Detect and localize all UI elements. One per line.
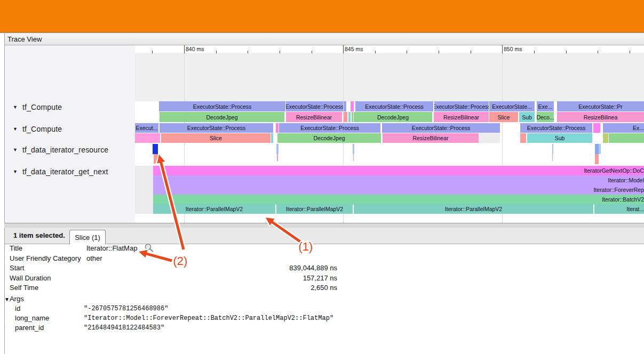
track-label: tf_data_iterator_resource [22, 146, 108, 154]
trace-slice[interactable]: ResizeBilinea [557, 112, 644, 122]
track-header-tf_Compute[interactable]: ▼tf_Compute [5, 101, 135, 113]
trace-slice[interactable] [552, 154, 553, 161]
track-header-tf_data_iterator_get_next[interactable]: ▼tf_data_iterator_get_next [5, 166, 135, 178]
collapse-triangle-icon[interactable]: ▼ [13, 169, 18, 174]
trace-slice[interactable] [595, 154, 599, 164]
trace-slice[interactable] [348, 112, 351, 122]
trace-slice[interactable]: Slice [161, 133, 271, 143]
trace-slice[interactable] [599, 144, 601, 154]
trace-slice[interactable]: Ex... [603, 123, 644, 133]
trace-slice[interactable]: ResizeBilinear [434, 112, 489, 122]
ruler-tick-label: 850 ms [504, 46, 522, 52]
page-title: Trace View [7, 35, 42, 43]
trace-slice[interactable]: ExecutorState... [489, 101, 535, 111]
trace-slice[interactable] [154, 154, 158, 164]
trace-slice[interactable]: Iterator::ParallelMapV2 [354, 204, 593, 214]
trace-slice[interactable]: ExecutorState::Process [355, 101, 433, 111]
trace-slice[interactable]: Sub [527, 133, 592, 143]
trace-view-header [4, 33, 644, 45]
ruler-major-tick [502, 45, 503, 53]
collapse-triangle-icon[interactable]: ▼ [4, 296, 10, 302]
detail-label: Self Time [10, 284, 38, 292]
trace-slice[interactable]: Iterator::Model [153, 175, 644, 185]
trace-slice[interactable] [609, 133, 644, 143]
track-header-tf_Compute[interactable]: ▼tf_Compute [5, 123, 135, 135]
trace-slice[interactable] [603, 133, 608, 143]
trace-slice[interactable]: Iterator::BatchV2 [153, 195, 644, 204]
arg-value: "Iterator::Model::ForeverRepeat::BatchV2… [84, 315, 333, 322]
trace-slice[interactable]: ExecutorState::Process [434, 101, 489, 111]
track-background [135, 166, 153, 214]
trace-slice[interactable] [479, 133, 500, 143]
collapse-triangle-icon[interactable]: ▼ [13, 126, 18, 132]
trace-slice[interactable]: ExecutorState::Process [382, 123, 500, 133]
detail-label: Start [10, 264, 24, 272]
trace-slice[interactable]: DecodeJpeg [160, 112, 284, 122]
collapse-triangle-icon[interactable]: ▼ [13, 104, 18, 110]
trace-slice[interactable]: Iterator::ParallelMapV2 [276, 204, 353, 214]
trace-slice[interactable]: ResizeBilinear [383, 133, 479, 143]
selection-status: 1 item selected. [13, 231, 65, 239]
trace-slice[interactable]: Execut... [135, 123, 158, 133]
arg-key: id [15, 304, 20, 312]
arg-key: long_name [15, 314, 49, 322]
trace-slice[interactable]: ExecutorState::Process [286, 101, 343, 111]
trace-slice[interactable]: Sub [519, 112, 535, 122]
tab-slice[interactable]: Slice (1) [69, 230, 106, 244]
trace-slice[interactable]: IteratorGetNextOp::DoC [153, 166, 644, 175]
magnifier-icon[interactable] [144, 243, 154, 253]
browser-banner [0, 0, 644, 33]
trace-slice[interactable]: ExecutorState::Pr [557, 101, 644, 111]
trace-slice[interactable]: Iterator::ParallelMapV2 [153, 204, 275, 214]
annotation-arrow [146, 253, 172, 261]
ruler-tick-label: 845 ms [345, 46, 363, 52]
trace-viewer-page: Trace View ▼tf_Compute▼tf_Compute▼tf_dat… [0, 0, 644, 354]
trace-slice[interactable] [595, 144, 599, 154]
args-section-toggle[interactable]: ▼Args [4, 295, 24, 303]
annotation-arrow [146, 254, 173, 261]
trace-slice[interactable]: ResizeBilinear [286, 112, 342, 122]
trace-slice[interactable]: DecodeJpeg [277, 133, 381, 143]
trace-slice[interactable] [344, 101, 346, 111]
timeline-canvas[interactable]: 840 ms845 ms850 ms ExecutorState::Proces… [135, 45, 644, 223]
trace-slice[interactable]: ExecutorState::Process [159, 101, 285, 111]
trace-slice[interactable] [276, 144, 279, 154]
collapse-triangle-icon[interactable]: ▼ [13, 147, 18, 152]
track-label: tf_Compute [22, 125, 62, 133]
trace-slice[interactable]: Slice [489, 112, 518, 122]
trace-slice[interactable]: DecodeJpeg [354, 112, 432, 122]
ruler-major-tick [343, 45, 344, 53]
trace-slice[interactable] [153, 144, 158, 154]
track-header-tf_data_iterator_resource[interactable]: ▼tf_data_iterator_resource [5, 144, 135, 156]
trace-slice[interactable] [276, 123, 279, 133]
arg-value: "-2670575781256468986" [84, 305, 168, 312]
detail-value: 839,044,889 ns [187, 264, 337, 272]
track-label: tf_data_iterator_get_next [22, 167, 108, 176]
trace-slice[interactable] [353, 154, 354, 161]
trace-slice[interactable] [593, 123, 600, 133]
trace-slice[interactable] [353, 144, 354, 154]
timeline-ruler: 840 ms845 ms850 ms [135, 45, 644, 54]
trace-slice[interactable]: ExecutorState::Process [279, 123, 380, 133]
detail-value: 157,217 ns [187, 274, 337, 282]
trace-slice[interactable] [552, 144, 553, 154]
trace-slice[interactable] [351, 101, 354, 111]
trace-slice[interactable]: ExecutorState::Process [520, 123, 592, 133]
trace-slice[interactable]: Iterat... [594, 204, 644, 214]
trace-slice[interactable] [520, 133, 526, 143]
detail-value: Iterator::FlatMap [86, 244, 137, 252]
trace-slice[interactable] [344, 112, 347, 122]
trace-slice[interactable]: Exe... [537, 101, 554, 111]
trace-slice[interactable]: ExecutorState::Process [160, 123, 273, 133]
trace-slice[interactable]: Deco... [537, 112, 554, 122]
trace-slice[interactable]: Iterator::ForeverRep [153, 185, 644, 195]
detail-value: 2,650 ns [187, 284, 337, 292]
trace-slice[interactable] [135, 133, 160, 143]
ruler-tick-label: 840 ms [186, 46, 204, 52]
trace-slice[interactable] [271, 133, 273, 143]
track-sidebar: ▼tf_Compute▼tf_Compute▼tf_data_iterator_… [5, 45, 136, 223]
annotation-number-label: (2) [173, 254, 188, 268]
trace-slice[interactable] [277, 154, 278, 161]
trace-slice[interactable] [352, 112, 353, 122]
track-background [135, 53, 644, 101]
